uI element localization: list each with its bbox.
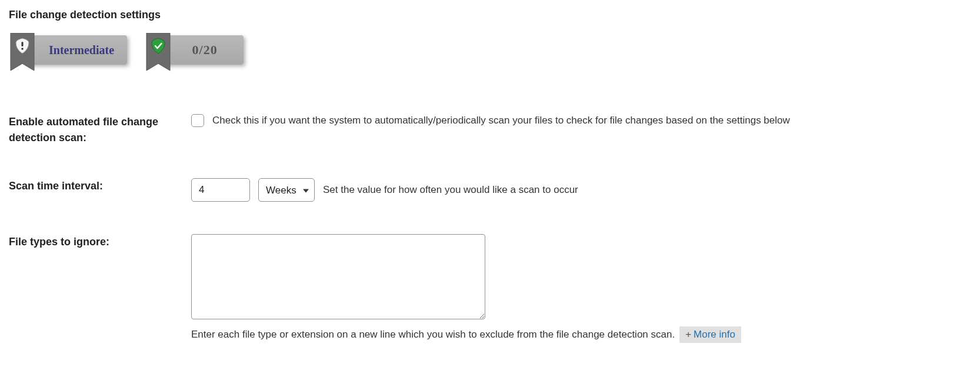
ignore-types-help: Enter each file type or extension on a n…	[191, 329, 675, 341]
ignore-types-textarea[interactable]	[191, 234, 485, 319]
ignore-types-help-row: Enter each file type or extension on a n…	[191, 326, 971, 343]
badges-row: Intermediate 0/20	[9, 33, 971, 79]
check-shield-icon	[145, 33, 172, 79]
exclamation-shield-icon	[9, 33, 36, 79]
plus-icon: +	[685, 329, 691, 341]
svg-point-1	[21, 48, 24, 50]
enable-scan-label: Enable automated file change detection s…	[9, 114, 191, 146]
score-badge-value: 0/20	[192, 42, 218, 58]
level-badge: Intermediate	[9, 33, 127, 79]
enable-scan-help: Check this if you want the system to aut…	[212, 115, 790, 126]
ignore-types-label: File types to ignore:	[9, 234, 191, 250]
interval-label: Scan time interval:	[9, 178, 191, 194]
more-info-label: More info	[694, 329, 735, 341]
ignore-types-row: File types to ignore:	[9, 234, 971, 319]
interval-input[interactable]	[191, 178, 250, 202]
interval-unit-select[interactable]: Weeks	[258, 178, 315, 202]
enable-scan-row: Enable automated file change detection s…	[9, 114, 971, 146]
interval-row: Scan time interval: Weeks Set the value …	[9, 178, 971, 202]
svg-rect-0	[22, 42, 24, 46]
level-badge-label: Intermediate	[49, 44, 114, 57]
section-title: File change detection settings	[9, 9, 971, 21]
score-badge: 0/20	[145, 33, 244, 79]
enable-scan-checkbox[interactable]	[191, 114, 204, 127]
more-info-button[interactable]: + More info	[679, 326, 741, 343]
interval-help: Set the value for how often you would li…	[323, 184, 578, 196]
